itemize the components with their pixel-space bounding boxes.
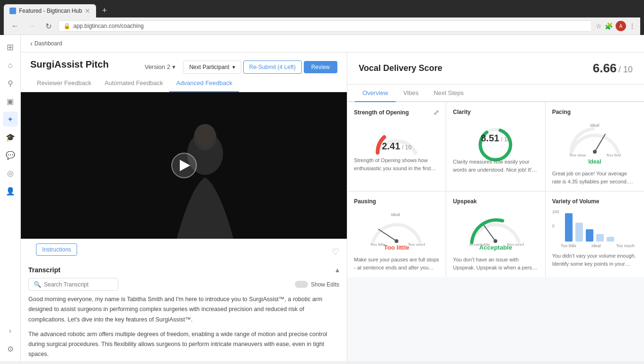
bar-label-too-much: Too much (616, 243, 635, 248)
instructions-label: Instructions (42, 246, 71, 253)
resubmit-button[interactable]: Re-Submit (4 Left) (243, 61, 302, 74)
svg-text:Too little: Too little (370, 243, 386, 246)
resubmit-label: Re-Submit (4 Left) (249, 64, 296, 70)
version-label: Version 2 (145, 63, 170, 70)
next-participant-button[interactable]: Next Participant ▾ (183, 61, 241, 74)
tab-advanced-feedback[interactable]: Advanced Feedback (169, 75, 239, 92)
tab-close-button[interactable]: ✕ (85, 7, 90, 15)
video-play-button[interactable] (171, 153, 197, 178)
transcript-header: Transcript ▴ (28, 260, 339, 278)
metric-pausing-title: Pausing (354, 198, 376, 205)
tab-automated-feedback[interactable]: Automated Feedback (98, 75, 170, 92)
refresh-button[interactable]: ↻ (43, 21, 54, 32)
score-number: 6.66 (593, 61, 617, 75)
next-participant-label: Next Participant (189, 64, 229, 70)
browser-tab-active[interactable]: Featured - Bigtincan Hub ✕ (4, 4, 96, 17)
pacing-status: Ideal (588, 158, 601, 165)
forward-button[interactable]: → (26, 21, 39, 31)
nav-search-icon[interactable]: ⚲ (3, 76, 18, 91)
transcript-paragraph-1: Good morning everyone, my name is Tabith… (28, 295, 339, 325)
extension-icon[interactable]: 🧩 (605, 22, 613, 30)
transcript-text: Good morning everyone, my name is Tabith… (28, 295, 339, 361)
svg-rect-22 (586, 229, 593, 242)
nav-person-icon[interactable]: 👤 (3, 183, 18, 199)
svg-rect-20 (565, 213, 573, 242)
upspeak-gauge-svg: Acceptable Too much (467, 210, 524, 246)
menu-icon[interactable]: ⋮ (629, 22, 635, 30)
metric-upspeak: Upspeak Acceptable (446, 191, 545, 277)
nav-home-icon[interactable]: ⌂ (3, 58, 18, 73)
back-button[interactable]: ← (9, 21, 22, 31)
show-edits-label: Show Edits (311, 281, 339, 288)
nav-files-icon[interactable]: ▣ (3, 94, 18, 109)
tab-title: Featured - Bigtincan Hub (19, 8, 82, 14)
expand-strength-icon[interactable]: ⤢ (433, 109, 439, 116)
version-chevron-icon: ▾ (172, 63, 176, 70)
metric-strength-title: Strength of Opening (354, 109, 409, 116)
address-bar[interactable]: 🔒 app.bigtincan.com/coaching (58, 20, 592, 32)
clarity-score: 8.51 (481, 133, 499, 143)
svg-point-17 (494, 239, 497, 243)
nav-settings-icon[interactable]: ⚙ (3, 341, 18, 356)
version-selector[interactable]: Version 2 ▾ (145, 63, 176, 70)
nav-chat-icon[interactable]: 💬 (3, 147, 18, 163)
back-link[interactable]: ‹ Dashboard (30, 40, 62, 47)
content-area: SurgiAssist Pitch Version 2 ▾ Next Parti… (21, 52, 644, 361)
score-tab-vibes[interactable]: Vibes (396, 85, 426, 102)
nav-expand-icon[interactable]: › (3, 323, 18, 338)
metric-strength-opening: Strength of Opening ⤢ 2.41 (347, 102, 446, 191)
variety-desc: You didn't vary your volume enough. Iden… (552, 252, 637, 268)
score-tab-overview[interactable]: Overview (355, 85, 396, 102)
clarity-desc: Clarity measures how easily your words a… (453, 158, 538, 173)
right-panel: Vocal Delivery Score 6.66 / 10 Overview … (347, 52, 644, 361)
nav-training-icon[interactable]: ✦ (3, 112, 18, 127)
bookmark-icon[interactable]: ☆ (596, 22, 602, 30)
strength-denom: / 10 (402, 144, 411, 151)
show-edits-toggle[interactable]: Show Edits (295, 281, 339, 288)
strength-score: 2.41 (382, 141, 400, 151)
transcript-controls: 🔍 Show Edits (28, 278, 339, 295)
video-player[interactable] (21, 92, 347, 239)
nav-globe-icon[interactable]: ◎ (3, 165, 18, 181)
svg-rect-21 (575, 223, 583, 242)
nav-grid-icon[interactable]: ⊞ (3, 40, 18, 55)
lock-icon: 🔒 (63, 23, 71, 29)
clarity-denom: / 10 (501, 136, 511, 143)
pacing-gauge-svg: Too slow Too fast Ideal (566, 121, 623, 156)
breadcrumb: Dashboard (35, 40, 62, 47)
strength-desc: Strength of Opening shows how enthusiast… (354, 156, 439, 172)
top-bar: ‹ Dashboard (21, 35, 644, 52)
search-transcript-input[interactable] (44, 281, 113, 288)
back-arrow-icon: ‹ (30, 40, 33, 47)
user-avatar[interactable]: A (616, 21, 626, 31)
score-denominator: 10 (623, 65, 633, 74)
url-text: app.bigtincan.com/coaching (73, 23, 144, 29)
left-panel: SurgiAssist Pitch Version 2 ▾ Next Parti… (21, 52, 347, 361)
pitch-header: SurgiAssist Pitch Version 2 ▾ Next Parti… (21, 52, 347, 75)
metric-pacing-title: Pacing (552, 109, 571, 115)
upspeak-desc: You don't have an issue with Upspeak. Up… (453, 256, 538, 271)
main-tabs: Reviewer Feedback Automated Feedback Adv… (21, 75, 347, 92)
heart-icon[interactable]: ♡ (332, 247, 339, 257)
pausing-gauge-svg: Too little Too much Ideal (368, 210, 425, 246)
svg-text:Too fast: Too fast (606, 153, 621, 156)
transcript-collapse-button[interactable]: ▴ (335, 265, 339, 274)
review-label: Review (311, 64, 330, 70)
svg-text:Ideal: Ideal (590, 123, 600, 128)
search-box[interactable]: 🔍 (28, 278, 118, 291)
review-button[interactable]: Review (304, 61, 337, 73)
bar-label-too-little: Too little (561, 243, 576, 248)
nav-graduation-icon[interactable]: 🎓 (3, 130, 18, 145)
svg-point-7 (593, 150, 597, 154)
new-tab-button[interactable]: + (98, 4, 111, 17)
instructions-button[interactable]: Instructions (36, 243, 77, 256)
edits-toggle-switch[interactable] (295, 281, 308, 288)
score-tab-next-steps[interactable]: Next Steps (426, 85, 471, 102)
participant-chevron-icon: ▾ (232, 64, 235, 70)
score-header: Vocal Delivery Score 6.66 / 10 (347, 52, 644, 85)
metric-variety-title: Variety of Volume (552, 198, 600, 205)
pitch-title: SurgiAssist Pitch (30, 59, 109, 70)
tab-reviewer-feedback[interactable]: Reviewer Feedback (30, 75, 98, 92)
play-icon (180, 160, 190, 171)
metric-clarity-title: Clarity (453, 109, 470, 115)
